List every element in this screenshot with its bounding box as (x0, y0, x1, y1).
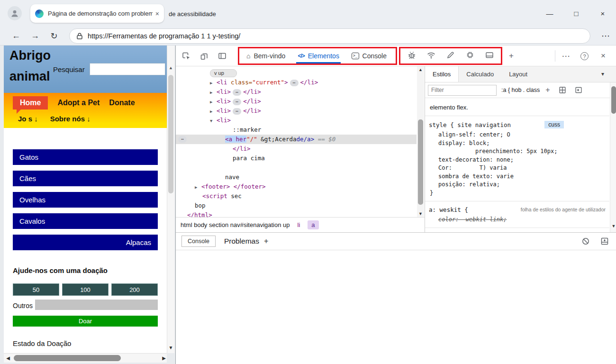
disclosure-arrow-icon[interactable]: ▶ (210, 88, 217, 97)
styles-scrollbar[interactable]: ▼ (610, 82, 616, 232)
scrollbar-thumb[interactable] (611, 86, 616, 114)
dom-tree-row[interactable]: </li> (176, 144, 417, 154)
scroll-up-icon[interactable]: ▲ (417, 67, 424, 72)
page-horizontal-scrollbar[interactable]: ◀ ▶ (4, 353, 167, 363)
dom-tree-row[interactable]: nave (176, 173, 417, 182)
dom-tree-row[interactable]: ▶<footer> </footer> (176, 182, 417, 191)
amount-button-100[interactable]: 100 (62, 283, 109, 296)
dom-tree-row[interactable] (176, 163, 417, 173)
css-selector[interactable]: a: weskit { (429, 206, 468, 213)
network-conditions-icon[interactable] (426, 50, 436, 62)
category-button-gatos[interactable]: Gatos (13, 149, 158, 165)
disclosure-arrow-icon[interactable]: ▶ (210, 97, 217, 107)
scroll-right-icon[interactable]: ▶ (162, 355, 166, 361)
page-vertical-scrollbar[interactable]: ▲ ▼ (167, 46, 174, 353)
amount-button-200[interactable]: 200 (111, 283, 158, 296)
css-declaration[interactable]: display: block; (429, 139, 606, 148)
scrollbar-thumb[interactable] (168, 75, 173, 193)
dom-tree-row[interactable]: para cima (176, 154, 417, 163)
other-amount-input[interactable] (35, 300, 158, 310)
dom-tree-scrollbar[interactable]: ▲ ▼ (417, 66, 424, 217)
nav-item-adopt-a-pet[interactable]: Adopt a Pet (57, 99, 100, 107)
browser-menu-button[interactable]: ⋯ (595, 31, 616, 41)
chevron-down-icon[interactable]: ▾ (601, 71, 604, 77)
dom-tree-row[interactable]: ▶<li class="current">⋯</li> (176, 78, 417, 87)
breadcrumb-li[interactable]: li (298, 221, 300, 228)
category-button-alpacas[interactable]: Alpacas (13, 235, 158, 250)
scrollbar-thumb[interactable] (418, 119, 423, 205)
dock-drawer-icon[interactable] (600, 237, 609, 247)
dom-tree-row[interactable]: </html> (176, 210, 417, 217)
disclosure-arrow-icon[interactable]: ▶ (195, 182, 201, 192)
pseudo-class-toggles[interactable]: :a { hob . class (501, 87, 540, 93)
scroll-down-icon[interactable]: ▼ (610, 224, 616, 228)
storage-icon[interactable] (485, 50, 494, 62)
address-bar[interactable]: https://Ferramentas de programação 1 1 y… (69, 28, 590, 44)
breadcrumb-a-selected[interactable]: a (308, 220, 318, 229)
dom-tree-row[interactable]: ▶<li>⋯</li> (176, 106, 417, 116)
dom-tree-row[interactable]: <script sec (176, 191, 417, 201)
search-input[interactable] (90, 63, 165, 75)
css-declaration[interactable]: align-self: center; O (429, 131, 606, 139)
nav-item-jo-s[interactable]: Jo s ↓ (18, 115, 38, 123)
nav-item-sobre-n-s[interactable]: Sobre nós ↓ (50, 115, 91, 123)
css-declaration[interactable]: sombra de texto: varie (429, 173, 606, 181)
css-declaration[interactable]: text-decoration: none; (429, 156, 606, 164)
dom-tree-row[interactable]: v up (176, 68, 417, 78)
nav-item-donate[interactable]: Donate (109, 99, 135, 107)
browser-tab[interactable]: Página de demonstração com problema × (30, 4, 164, 23)
category-button-c-es[interactable]: Cães (13, 171, 158, 186)
edit-pen-icon[interactable] (446, 50, 455, 62)
reload-button[interactable]: ↻ (45, 31, 63, 41)
disclosure-arrow-icon[interactable]: ▶ (210, 107, 217, 116)
scrollbar-thumb[interactable] (14, 355, 121, 361)
window-close-button[interactable]: × (589, 9, 616, 18)
amount-button-50[interactable]: 50 (13, 283, 59, 296)
css-declaration[interactable]: Cor: T) varia (429, 164, 606, 173)
dom-tree-row[interactable]: bop (176, 201, 417, 210)
dock-side-icon[interactable] (217, 51, 227, 61)
drawer-tab-problems[interactable]: Problemas (224, 237, 259, 246)
add-devtools-tab-button[interactable]: + (505, 50, 517, 62)
scroll-down-icon[interactable]: ▼ (417, 211, 424, 216)
category-button-cavalos[interactable]: Cavalos (13, 213, 158, 229)
new-style-rule-icon[interactable]: + (545, 86, 550, 94)
cpu-performance-icon[interactable] (465, 50, 475, 62)
profile-avatar[interactable] (8, 6, 22, 20)
css-selector[interactable]: style { site navigation (429, 121, 511, 128)
dom-tree-row[interactable]: ▶<li>⋯</li> (176, 97, 417, 106)
drawer-tab-console[interactable]: Console (181, 236, 216, 247)
dom-tree-row[interactable]: ⋯<a her"/" &gt;Acerdade/a> == $0 (176, 135, 417, 144)
styles-filter-input[interactable] (428, 85, 497, 96)
scroll-down-icon[interactable]: ▼ (167, 345, 174, 350)
styles-tab-layout[interactable]: Layout (501, 66, 535, 82)
disclosure-arrow-icon[interactable]: ▼ (210, 116, 217, 126)
devtools-tab-bem-vindo[interactable]: ⌂Bem-vindo (240, 48, 291, 64)
devtools-tab-console[interactable]: >_Console (345, 48, 393, 64)
donate-button[interactable]: Doar (13, 316, 158, 327)
nav-item-home[interactable]: Home (13, 96, 48, 109)
dom-tree-row[interactable]: ▶<li>⋯</li> (176, 87, 417, 97)
devtools-close-button[interactable]: × (597, 50, 609, 62)
devtools-tab-elementos[interactable]: </>Elementos (291, 48, 345, 64)
css-source-link[interactable]: cuss (544, 121, 564, 128)
disclosure-arrow-icon[interactable]: ▶ (210, 78, 217, 88)
scroll-left-icon[interactable]: ◀ (4, 355, 12, 361)
debug-icon[interactable] (407, 50, 417, 62)
category-button-ovelhas[interactable]: Ovelhas (13, 192, 158, 208)
tab-close-icon[interactable]: × (155, 10, 159, 18)
styles-tab-estilos[interactable]: Estilos (425, 66, 459, 82)
breadcrumb-path[interactable]: html body section nav#sitenavigation up (181, 221, 290, 228)
scroll-up-icon[interactable]: ▲ (167, 65, 174, 70)
clear-console-icon[interactable] (581, 237, 590, 247)
dom-tree-row[interactable]: ▼<li> (176, 116, 417, 125)
inspect-element-icon[interactable] (181, 51, 191, 61)
grid-editor-icon[interactable] (559, 86, 566, 94)
back-button[interactable]: ← (7, 31, 26, 41)
css-declaration[interactable]: posição: relativa; (429, 181, 606, 189)
css-declaration[interactable]: color: -webkit-link; (429, 216, 606, 224)
window-minimize-button[interactable]: — (536, 9, 563, 18)
css-source-link[interactable]: folha de estilos do agente de utilizador (521, 207, 606, 212)
forward-button[interactable]: → (26, 31, 45, 41)
devtools-more-button[interactable]: ⋯ (560, 50, 572, 62)
